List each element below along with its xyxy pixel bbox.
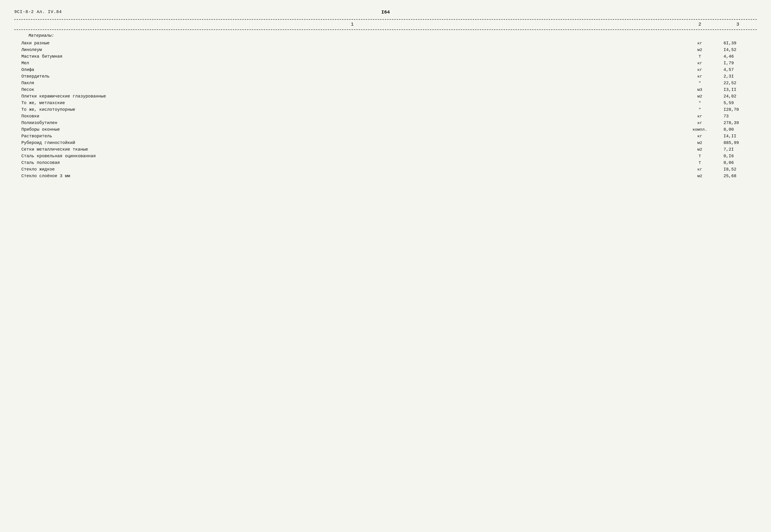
row-value: 8,00 xyxy=(719,127,757,132)
row-value: 25,68 xyxy=(719,174,757,178)
row-name: Растворитель xyxy=(14,134,681,139)
row-name: Олифа xyxy=(14,67,681,72)
row-value: 73 xyxy=(719,114,757,119)
dashed-line-bottom xyxy=(14,29,757,30)
row-name: Пакля xyxy=(14,81,681,85)
row-value: I28,70 xyxy=(719,107,757,112)
col2-header: 2 xyxy=(681,22,719,27)
row-name: Стекло жидкое xyxy=(14,167,681,172)
row-unit: компл. xyxy=(681,127,719,132)
row-value: 0,06 xyxy=(719,160,757,165)
table-row: Сталь кровельная оцинкованная Т 0,I6 xyxy=(14,153,757,159)
row-value: 4,57 xyxy=(719,67,757,72)
header-left: 9CI-8-2 Ал. IV.84 xyxy=(14,9,62,14)
row-name: Поковки xyxy=(14,114,681,119)
table-row: Плитки керамические глазурованные м2 24,… xyxy=(14,93,757,100)
row-value: 24,02 xyxy=(719,94,757,99)
table-row: Рубероид глиностойкий м2 885,99 xyxy=(14,139,757,146)
row-unit: м2 xyxy=(681,147,719,152)
column-headers: 1 2 3 xyxy=(14,22,757,27)
table-row: Поковки кг 73 xyxy=(14,113,757,120)
row-value: I,79 xyxy=(719,61,757,65)
table-row: Линолеум м2 I4,52 xyxy=(14,46,757,53)
dashed-line-top xyxy=(14,19,757,20)
row-name: Линолеум xyxy=(14,47,681,52)
col3-header: 3 xyxy=(719,22,757,27)
row-value: 6I,39 xyxy=(719,41,757,46)
table-row: То же, метлахские " 5,59 xyxy=(14,100,757,106)
row-name: Мел xyxy=(14,61,681,65)
row-unit: кг xyxy=(681,114,719,119)
row-name: То же, метлахские xyxy=(14,101,681,105)
table-row: Пакля " 22,52 xyxy=(14,80,757,86)
row-name: Лаки разные xyxy=(14,41,681,46)
row-unit: кг xyxy=(681,41,719,46)
row-name: Рубероид глиностойкий xyxy=(14,140,681,145)
page-header: 9CI-8-2 Ал. IV.84 I64 xyxy=(14,9,757,15)
row-value: 4,46 xyxy=(719,54,757,59)
section-title: Материалы: xyxy=(28,33,757,38)
data-table: Лаки разные кг 6I,39 Линолеум м2 I4,52 М… xyxy=(14,40,757,179)
table-row: Мел кг I,79 xyxy=(14,60,757,66)
row-name: Мастика битумная xyxy=(14,54,681,59)
row-value: 2,3I xyxy=(719,74,757,79)
row-value: I4,52 xyxy=(719,47,757,52)
table-row: Сетки металлические тканые м2 7,2I xyxy=(14,146,757,153)
row-value: I3,II xyxy=(719,87,757,92)
row-unit: Т xyxy=(681,154,719,158)
row-unit: м2 xyxy=(681,174,719,178)
row-name: Стекло слоёное 3 мм xyxy=(14,174,681,178)
row-name: Полиизобутилен xyxy=(14,120,681,125)
row-unit: м2 xyxy=(681,94,719,99)
table-row: Мастика битумная Т 4,46 xyxy=(14,53,757,60)
row-name: Сталь полосовая xyxy=(14,160,681,165)
row-unit: " xyxy=(681,107,719,112)
row-value: 7,2I xyxy=(719,147,757,152)
row-unit: м2 xyxy=(681,141,719,145)
table-row: Растворитель кг I4,II xyxy=(14,133,757,139)
row-unit: Т xyxy=(681,161,719,165)
row-name: Приборы оконные xyxy=(14,127,681,132)
row-value: 22,52 xyxy=(719,81,757,85)
row-unit: кг xyxy=(681,61,719,65)
row-unit: кг xyxy=(681,74,719,79)
row-value: 5,59 xyxy=(719,101,757,105)
row-value: I4,II xyxy=(719,134,757,139)
page-container: 9CI-8-2 Ал. IV.84 I64 1 2 3 Материалы: Л… xyxy=(14,9,757,179)
row-unit: кг xyxy=(681,121,719,125)
row-value: I8,52 xyxy=(719,167,757,172)
table-row: Полиизобутилен кг 278,39 xyxy=(14,120,757,126)
row-unit: кг xyxy=(681,134,719,139)
row-unit: Т xyxy=(681,54,719,59)
row-value: 278,39 xyxy=(719,120,757,125)
row-unit: кг xyxy=(681,167,719,172)
row-name: Сталь кровельная оцинкованная xyxy=(14,154,681,158)
table-row: То же, кислотоупорные " I28,70 xyxy=(14,106,757,113)
table-row: Стекло жидкое кг I8,52 xyxy=(14,166,757,173)
header-center: I64 xyxy=(62,9,709,15)
row-unit: " xyxy=(681,101,719,105)
row-name: Сетки металлические тканые xyxy=(14,147,681,152)
table-row: Песок м3 I3,II xyxy=(14,86,757,93)
row-name: То же, кислотоупорные xyxy=(14,107,681,112)
table-row: Отвердитель кг 2,3I xyxy=(14,73,757,80)
row-unit: м3 xyxy=(681,88,719,92)
table-row: Олифа кг 4,57 xyxy=(14,66,757,73)
row-value: 885,99 xyxy=(719,140,757,145)
table-row: Приборы оконные компл. 8,00 xyxy=(14,126,757,133)
table-row: Стекло слоёное 3 мм м2 25,68 xyxy=(14,173,757,179)
row-unit: " xyxy=(681,81,719,85)
row-value: 0,I6 xyxy=(719,154,757,158)
col1-header: 1 xyxy=(14,22,681,27)
row-name: Отвердитель xyxy=(14,74,681,79)
row-unit: кг xyxy=(681,68,719,72)
row-unit: м2 xyxy=(681,48,719,52)
row-name: Песок xyxy=(14,87,681,92)
table-row: Сталь полосовая Т 0,06 xyxy=(14,159,757,166)
row-name: Плитки керамические глазурованные xyxy=(14,94,681,99)
table-row: Лаки разные кг 6I,39 xyxy=(14,40,757,46)
